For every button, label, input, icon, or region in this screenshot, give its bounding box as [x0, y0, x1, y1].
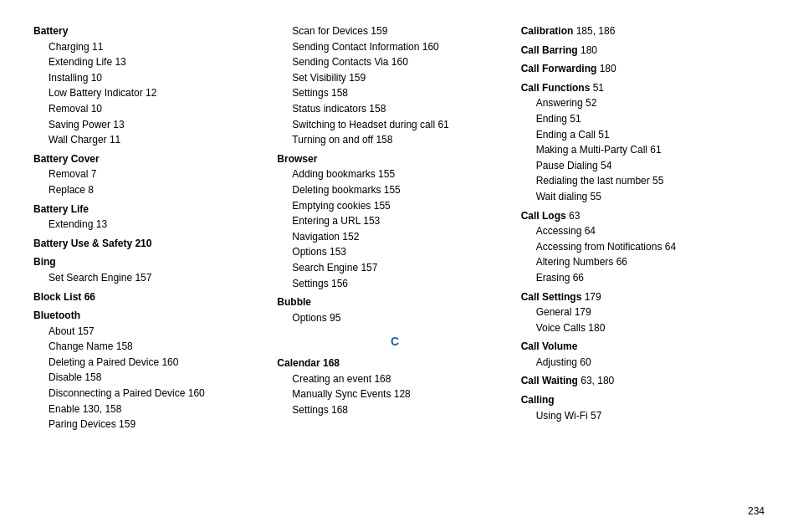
index-entry: Installing 10	[33, 70, 269, 86]
index-entry: Battery Life	[33, 202, 269, 217]
index-entry: Answering 52	[521, 95, 756, 111]
index-entry: Options 95	[277, 310, 512, 326]
index-entry: Call Functions 51	[521, 80, 756, 96]
index-entry: Disconnecting a Paired Device 160	[33, 386, 269, 402]
index-entry: Bluetooth	[33, 308, 269, 324]
index-entry: Charging 11	[33, 39, 269, 55]
index-entry: Call Settings 179	[521, 289, 756, 305]
index-entry: Making a Multi-Party Call 61	[521, 142, 756, 158]
index-entry: Low Battery Indicator 12	[33, 85, 269, 101]
index-entry: Browser	[277, 151, 512, 167]
column-3: Calibration 185, 186Call Barring 180Call…	[521, 23, 765, 509]
index-entry: Manually Sync Events 128	[277, 386, 512, 402]
index-entry: Ending a Call 51	[521, 127, 756, 143]
index-columns: BatteryCharging 11Extending Life 13Insta…	[33, 23, 765, 509]
index-entry: Adjusting 60	[521, 355, 756, 371]
index-entry: Call Forwarding 180	[521, 61, 756, 77]
index-entry: Voice Calls 180	[521, 320, 756, 336]
index-entry: Ending 51	[521, 111, 756, 127]
index-entry: Calendar 168	[277, 356, 512, 371]
index-entry: Call Barring 180	[521, 43, 756, 59]
index-entry: Accessing 64	[521, 223, 756, 239]
index-entry: Wall Charger 11	[33, 132, 269, 148]
index-entry: Using Wi-Fi 57	[521, 408, 756, 424]
index-entry: Call Waiting 63, 180	[521, 373, 756, 389]
index-entry: Enable 130, 158	[33, 402, 269, 417]
index-entry: Adding bookmarks 155	[277, 166, 512, 182]
index-entry: Removal 7	[33, 166, 269, 182]
index-entry: Call Volume	[521, 339, 756, 355]
index-entry: C	[277, 332, 512, 352]
index-entry: Scan for Devices 159	[277, 23, 512, 39]
index-entry: Navigation 152	[277, 229, 512, 245]
index-entry: Altering Numbers 66	[521, 254, 756, 270]
index-entry: Sending Contact Information 160	[277, 39, 512, 55]
index-entry: Bing	[33, 254, 269, 270]
index-entry: Wait dialing 55	[521, 189, 756, 205]
index-entry: Entering a URL 153	[277, 213, 512, 229]
index-entry: Redialing the last number 55	[521, 173, 756, 189]
index-entry: Deleting bookmarks 155	[277, 182, 512, 198]
index-entry: Extending Life 13	[33, 54, 269, 70]
index-entry: Paring Devices 159	[33, 417, 269, 432]
index-entry: Call Logs 63	[521, 208, 756, 224]
index-entry: About 157	[33, 324, 269, 340]
index-entry: Settings 158	[277, 85, 512, 101]
index-entry: Disable 158	[33, 370, 269, 386]
index-entry: Battery	[33, 23, 269, 39]
index-entry: Block List 66	[33, 289, 269, 305]
index-entry: Change Name 158	[33, 339, 269, 355]
index-entry: Saving Power 13	[33, 117, 269, 133]
index-entry: Deleting a Paired Device 160	[33, 355, 269, 371]
index-entry: Options 153	[277, 244, 512, 260]
index-entry: Turning on and off 158	[277, 132, 512, 148]
column-2: Scan for Devices 159Sending Contact Info…	[277, 23, 520, 509]
index-entry: Calling	[521, 392, 756, 408]
page-number: 234	[748, 505, 765, 517]
index-entry: Settings 168	[277, 402, 512, 418]
index-entry: Creating an event 168	[277, 371, 512, 387]
index-entry: Status indicators 158	[277, 101, 512, 117]
index-entry: Set Search Engine 157	[33, 270, 269, 286]
index-entry: Sending Contacts Via 160	[277, 54, 512, 70]
index-entry: Emptying cookies 155	[277, 198, 512, 214]
index-entry: Set Visibility 159	[277, 70, 512, 86]
index-entry: Battery Cover	[33, 151, 269, 167]
index-entry: Switching to Headset during call 61	[277, 117, 512, 133]
index-entry: Calibration 185, 186	[521, 23, 756, 39]
index-entry: Settings 156	[277, 276, 512, 292]
index-entry: Replace 8	[33, 182, 269, 198]
index-entry: Pause Dialing 54	[521, 158, 756, 174]
page: BatteryCharging 11Extending Life 13Insta…	[0, 0, 798, 532]
index-entry: Battery Use & Safety 210	[33, 236, 269, 252]
index-entry: Search Engine 157	[277, 260, 512, 276]
index-entry: Extending 13	[33, 217, 269, 233]
index-entry: Bubble	[277, 294, 512, 310]
index-entry: Removal 10	[33, 101, 269, 117]
index-entry: General 179	[521, 304, 756, 320]
index-entry: Erasing 66	[521, 270, 756, 286]
index-entry: Accessing from Notifications 64	[521, 239, 756, 255]
column-1: BatteryCharging 11Extending Life 13Insta…	[33, 23, 277, 509]
